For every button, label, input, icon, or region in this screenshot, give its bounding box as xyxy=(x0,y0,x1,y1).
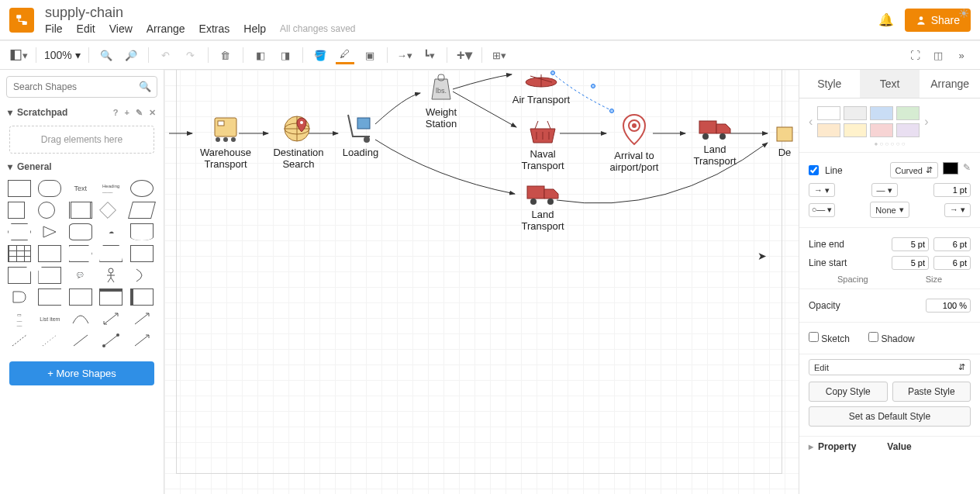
scratchpad-help-icon[interactable]: ? xyxy=(113,108,119,118)
node-destination[interactable]: Destination Search xyxy=(265,113,332,171)
end-spacing-input[interactable] xyxy=(892,237,929,251)
pencil-icon[interactable]: ✎ xyxy=(963,162,971,178)
shape-step[interactable] xyxy=(69,245,92,262)
menu-edit[interactable]: Edit xyxy=(77,22,95,35)
shape-frame-h[interactable] xyxy=(130,288,154,306)
scratchpad-header[interactable]: ▾ Scratchpad ? + ✎ ✕ xyxy=(0,104,164,121)
undo-button[interactable]: ↶ xyxy=(157,46,175,64)
shape-container[interactable] xyxy=(69,288,92,306)
table-button[interactable]: ⊞▾ xyxy=(490,46,509,64)
shape-actor[interactable] xyxy=(99,267,122,284)
shape-arrow[interactable] xyxy=(130,310,154,327)
collapse-button[interactable]: » xyxy=(952,46,971,64)
swatch[interactable] xyxy=(870,106,893,120)
shape-dir-arrow[interactable] xyxy=(130,332,154,349)
shape-and[interactable] xyxy=(8,288,31,306)
insert-button[interactable]: +▾ xyxy=(455,46,474,64)
shape-internal[interactable] xyxy=(8,245,31,262)
sketch-checkbox[interactable] xyxy=(809,332,819,342)
edge-waypoint[interactable] xyxy=(591,84,595,88)
shape-line[interactable] xyxy=(69,332,92,349)
shape-diamond[interactable] xyxy=(99,202,116,219)
shape-hexagon[interactable] xyxy=(8,223,31,240)
property-header[interactable]: ▸ Property Value xyxy=(799,436,980,457)
shape-tape[interactable] xyxy=(130,245,154,262)
shape-frame-v[interactable] xyxy=(99,288,122,306)
scratchpad-dropzone[interactable]: Drag elements here xyxy=(9,126,154,154)
shape-listitem[interactable]: List item xyxy=(38,310,61,327)
shape-cloud[interactable]: ☁ xyxy=(99,223,122,240)
menu-extras[interactable]: Extras xyxy=(199,22,230,35)
theme-icon[interactable]: ☀︎ xyxy=(958,6,969,21)
shadow-checkbox[interactable] xyxy=(868,332,878,342)
start-size-input[interactable] xyxy=(933,256,971,270)
shape-circle[interactable] xyxy=(38,202,55,219)
line-width-input[interactable] xyxy=(933,183,971,197)
opacity-input[interactable] xyxy=(926,299,971,313)
shadow-button[interactable]: ▣ xyxy=(361,46,379,64)
shape-card[interactable] xyxy=(38,267,61,284)
waypoints-button[interactable]: ┗▾ xyxy=(420,46,439,64)
zoom-select[interactable]: 100%▾ xyxy=(44,49,81,61)
connection-style[interactable]: → ▾ xyxy=(809,183,835,197)
shape-square[interactable] xyxy=(8,202,25,219)
menu-help[interactable]: Help xyxy=(243,22,266,35)
node-land2[interactable]: Land Transport xyxy=(684,115,746,168)
shape-datastore[interactable] xyxy=(38,288,61,306)
shape-document[interactable] xyxy=(130,223,154,240)
shape-rectangle[interactable] xyxy=(8,180,31,197)
swatch[interactable] xyxy=(870,123,893,137)
canvas[interactable]: Warehouse Transport Destination Search L… xyxy=(164,70,799,494)
line-start-arrow[interactable]: ○— ▾ xyxy=(809,203,835,217)
swatch-prev-icon[interactable]: ‹ xyxy=(809,115,813,129)
search-input[interactable] xyxy=(6,76,157,98)
tab-arrange[interactable]: Arrange xyxy=(920,70,980,98)
line-style-select[interactable]: Curved⇵ xyxy=(890,162,938,178)
tab-style[interactable]: Style xyxy=(799,70,860,98)
shape-process[interactable] xyxy=(69,202,92,219)
menu-file[interactable]: File xyxy=(45,22,63,35)
shape-triangle[interactable] xyxy=(38,223,61,240)
zoom-in-button[interactable]: 🔍 xyxy=(97,46,116,64)
shape-trapezoid[interactable] xyxy=(99,245,122,262)
line-pattern[interactable]: — ▾ xyxy=(871,183,898,197)
redo-button[interactable]: ↷ xyxy=(181,46,200,64)
scratchpad-add-icon[interactable]: + xyxy=(125,108,129,118)
swatch[interactable] xyxy=(817,106,840,120)
line-end-arrow[interactable]: → ▾ xyxy=(944,203,971,217)
general-header[interactable]: ▾ General xyxy=(0,158,164,175)
start-spacing-input[interactable] xyxy=(892,256,929,270)
swatch[interactable] xyxy=(817,123,840,137)
node-delivery[interactable]: De xyxy=(769,121,799,159)
menu-arrange[interactable]: Arrange xyxy=(147,22,185,35)
copy-style-button[interactable]: Copy Style xyxy=(809,382,888,402)
shape-bidir-arrow[interactable] xyxy=(99,310,122,327)
shape-text[interactable]: Text xyxy=(69,180,92,197)
shape-note[interactable] xyxy=(8,267,31,284)
node-naval[interactable]: Naval Transport xyxy=(512,118,574,172)
shape-curve[interactable] xyxy=(69,310,92,327)
swatch[interactable] xyxy=(844,123,867,137)
shape-rounded[interactable] xyxy=(38,180,61,197)
format-panel-button[interactable]: ◫ xyxy=(929,46,947,64)
shape-cube[interactable] xyxy=(38,245,61,262)
line-checkbox[interactable] xyxy=(809,165,819,175)
fullscreen-button[interactable]: ⛶ xyxy=(906,46,924,64)
scratchpad-edit-icon[interactable]: ✎ xyxy=(136,108,143,118)
node-land1[interactable]: Land Transport xyxy=(512,180,574,233)
node-warehouse[interactable]: Warehouse Transport xyxy=(192,113,259,171)
document-title[interactable]: supply-chain xyxy=(45,5,355,21)
node-arrival[interactable]: Arrival to airport/port xyxy=(603,113,665,174)
swatch[interactable] xyxy=(896,123,920,137)
line-color-chip[interactable] xyxy=(943,162,958,174)
zoom-out-button[interactable]: 🔎 xyxy=(122,46,140,64)
to-back-button[interactable]: ◨ xyxy=(276,46,295,64)
shape-parallelogram[interactable] xyxy=(128,202,156,219)
node-air[interactable]: Air Transport xyxy=(510,70,572,106)
connection-button[interactable]: →▾ xyxy=(395,46,414,64)
swatch-next-icon[interactable]: › xyxy=(924,115,928,129)
paste-style-button[interactable]: Paste Style xyxy=(892,382,971,402)
swatch[interactable] xyxy=(844,106,867,120)
edit-style-select[interactable]: Edit⇵ xyxy=(809,359,971,375)
delete-button[interactable]: 🗑 xyxy=(216,46,235,64)
